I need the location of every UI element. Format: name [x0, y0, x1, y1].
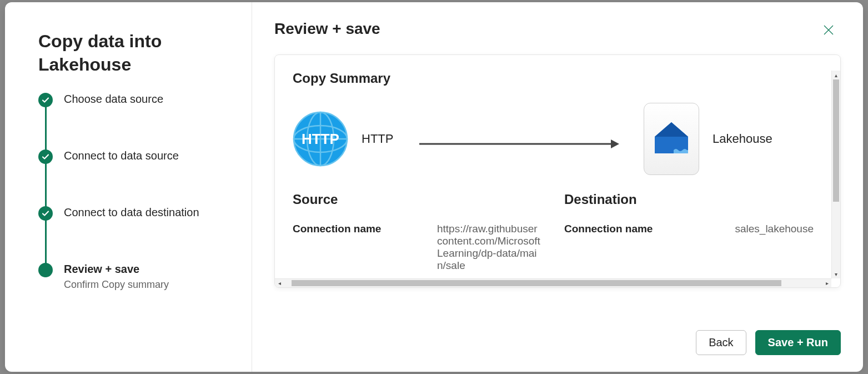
destination-connection-value: sales_lakehouse — [709, 223, 814, 235]
step-connect-data-source[interactable]: Connect to data source — [38, 149, 229, 206]
svg-marker-8 — [611, 139, 619, 148]
horizontal-scrollbar[interactable]: ◂ ▸ — [275, 278, 831, 287]
page-title: Review + save — [274, 20, 841, 38]
source-connection-label: Connection name — [293, 223, 426, 272]
step-connect-data-destination[interactable]: Connect to data destination — [38, 206, 229, 263]
source-type-label: HTTP — [362, 132, 400, 146]
destination-heading: Destination — [564, 192, 814, 207]
scroll-down-icon[interactable]: ▾ — [832, 270, 840, 278]
source-connection-row: Connection name https://raw.githubuserco… — [293, 223, 542, 272]
vertical-scrollbar[interactable]: ▴ ▾ — [831, 71, 840, 278]
step-label: Connect to data destination — [64, 206, 199, 219]
checkmark-icon — [38, 93, 53, 107]
scroll-thumb[interactable] — [292, 280, 781, 286]
checkmark-icon — [38, 206, 53, 221]
wizard-steps: Choose data source Connect to data sourc… — [38, 93, 229, 291]
destination-connection-label: Connection name — [564, 223, 698, 235]
destination-connection-row: Connection name sales_lakehouse — [564, 223, 814, 235]
close-icon — [822, 23, 835, 37]
close-button[interactable] — [819, 20, 839, 40]
http-globe-icon: HTTP — [293, 111, 348, 167]
destination-type-label: Lakehouse — [713, 132, 772, 146]
summary-title: Copy Summary — [293, 71, 814, 86]
wizard-footer: Back Save + Run — [274, 319, 841, 355]
back-button[interactable]: Back — [696, 330, 746, 355]
wizard-main: Review + save Copy Summary HTTP — [252, 2, 863, 372]
wizard-dialog: Copy data into Lakehouse Choose data sou… — [5, 2, 863, 372]
step-choose-data-source[interactable]: Choose data source — [38, 93, 229, 149]
lakehouse-icon — [644, 103, 699, 175]
wizard-title: Copy data into Lakehouse — [38, 30, 229, 76]
flow-diagram: HTTP HTTP — [293, 103, 814, 175]
save-run-button[interactable]: Save + Run — [755, 330, 841, 355]
scroll-left-icon[interactable]: ◂ — [275, 279, 284, 287]
step-label: Choose data source — [64, 93, 163, 106]
current-step-icon — [38, 263, 53, 277]
scroll-right-icon[interactable]: ▸ — [822, 279, 831, 287]
step-sublabel: Confirm Copy summary — [64, 279, 169, 291]
svg-text:HTTP: HTTP — [302, 131, 339, 147]
step-label: Review + save — [64, 263, 169, 276]
destination-column: Destination Connection name sales_lakeho… — [564, 192, 814, 272]
arrow-right-icon — [419, 138, 619, 139]
summary-details: Source Connection name https://raw.githu… — [293, 192, 814, 272]
scroll-up-icon[interactable]: ▴ — [832, 71, 840, 79]
source-connection-value: https://raw.githubusercontent.com/Micros… — [437, 223, 542, 272]
copy-summary-card: Copy Summary HTTP HTTP — [274, 54, 841, 288]
wizard-sidebar: Copy data into Lakehouse Choose data sou… — [5, 2, 252, 372]
scroll-thumb[interactable] — [833, 79, 839, 202]
source-heading: Source — [293, 192, 542, 207]
step-label: Connect to data source — [64, 149, 179, 162]
checkmark-icon — [38, 149, 53, 164]
source-column: Source Connection name https://raw.githu… — [293, 192, 542, 272]
step-review-save[interactable]: Review + save Confirm Copy summary — [38, 263, 229, 291]
